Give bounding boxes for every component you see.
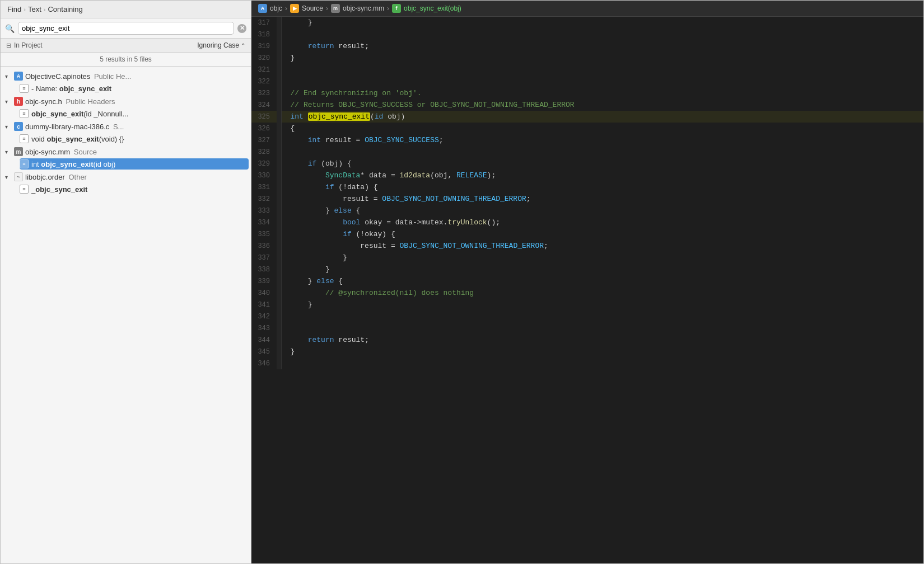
line-number: 345 <box>251 346 277 358</box>
line-content: if (!data) { <box>281 181 923 193</box>
file-icon-h: h <box>14 97 23 106</box>
file-group-mm: ▾ m objc-sync.mm Source ≡ int objc_sync_… <box>1 145 251 170</box>
file-name-apinotes: ObjectiveC.apinotes Public He... <box>25 72 131 81</box>
line-gutter <box>277 111 281 123</box>
line-number: 318 <box>251 29 277 40</box>
search-clear-button[interactable]: ✕ <box>237 24 246 33</box>
line-content: int result = OBJC_SYNC_SUCCESS; <box>281 134 923 146</box>
line-content: } else { <box>281 205 923 217</box>
line-content: { <box>281 123 923 134</box>
line-gutter <box>277 64 281 76</box>
line-gutter <box>277 205 281 217</box>
file-name-c: dummy-library-mac-i386.c S... <box>25 123 124 131</box>
file-icon-mm: m <box>14 147 23 156</box>
breadcrumb: Find › Text › Containing <box>1 1 251 18</box>
line-number: 325 <box>251 111 277 123</box>
file-name-h: objc-sync.h Public Headers <box>25 97 115 106</box>
line-number: 322 <box>251 76 277 87</box>
file-icon-apinotes: A <box>14 72 23 81</box>
file-group-header-order[interactable]: ▾ ~ libobjc.order Other <box>1 171 251 183</box>
line-number: 323 <box>251 87 277 99</box>
result-icon: ≡ <box>20 84 29 93</box>
line-number: 329 <box>251 158 277 170</box>
scope-left: ⊟ In Project <box>6 41 43 49</box>
result-item-h-1[interactable]: ≡ objc_sync_exit(id _Nonnull... <box>20 108 249 119</box>
line-gutter <box>277 29 281 40</box>
line-gutter <box>277 99 281 111</box>
file-name-order: libobjc.order Other <box>25 173 87 181</box>
line-gutter <box>277 181 281 193</box>
search-input[interactable] <box>18 22 234 35</box>
editor-bc-sep2: › <box>326 4 328 12</box>
line-content <box>281 64 923 76</box>
line-number: 338 <box>251 264 277 275</box>
collapse-arrow-order: ▾ <box>5 174 12 180</box>
line-content <box>281 146 923 158</box>
line-content: return result; <box>281 40 923 52</box>
line-number: 319 <box>251 40 277 52</box>
line-number: 332 <box>251 193 277 205</box>
line-gutter <box>277 299 281 311</box>
editor-icon-mm: m <box>331 4 340 13</box>
editor-bc-sep1: › <box>285 4 287 12</box>
search-panel: Find › Text › Containing 🔍 ✕ ⊟ In Projec… <box>1 1 251 563</box>
line-gutter <box>277 240 281 252</box>
result-items-mm: ≡ int objc_sync_exit(id obj) <box>1 158 251 170</box>
case-dropdown[interactable]: Ignoring Case ⌃ <box>197 41 245 49</box>
result-icon-mm: ≡ <box>20 159 29 168</box>
code-table: 317 }318 319 return result;320}321 322 3… <box>251 17 923 369</box>
line-number: 328 <box>251 146 277 158</box>
line-content: // End synchronizing on 'obj'. <box>281 87 923 99</box>
line-content: return result; <box>281 334 923 346</box>
line-gutter <box>277 158 281 170</box>
file-group-header-c[interactable]: ▾ c dummy-library-mac-i386.c S... <box>1 120 251 133</box>
breadcrumb-find[interactable]: Find <box>7 5 21 13</box>
result-items-order: ≡ _objc_sync_exit <box>1 184 251 195</box>
line-content: if (!okay) { <box>281 228 923 240</box>
result-text: - Name: objc_sync_exit <box>31 84 111 93</box>
line-number: 334 <box>251 217 277 228</box>
result-text-h: objc_sync_exit(id _Nonnull... <box>31 110 128 118</box>
breadcrumb-sep-1: › <box>24 6 26 13</box>
line-number: 331 <box>251 181 277 193</box>
line-gutter <box>277 193 281 205</box>
line-content: } <box>281 17 923 29</box>
line-gutter <box>277 264 281 275</box>
line-gutter <box>277 322 281 334</box>
line-content: // Returns OBJC_SYNC_SUCCESS or OBJC_SYN… <box>281 99 923 111</box>
file-group-header-apinotes[interactable]: ▾ A ObjectiveC.apinotes Public He... <box>1 70 251 82</box>
line-gutter <box>277 52 281 64</box>
line-content: result = OBJC_SYNC_NOT_OWNING_THREAD_ERR… <box>281 193 923 205</box>
file-name-mm: objc-sync.mm Source <box>25 148 97 156</box>
breadcrumb-containing[interactable]: Containing <box>48 5 82 13</box>
result-item-order-1[interactable]: ≡ _objc_sync_exit <box>20 184 249 195</box>
line-content: SyncData* data = id2data(obj, RELEASE); <box>281 170 923 181</box>
result-item-apinotes-1[interactable]: ≡ - Name: objc_sync_exit <box>20 83 249 94</box>
result-item-c-1[interactable]: ≡ void objc_sync_exit(void) {} <box>20 133 249 144</box>
line-gutter <box>277 134 281 146</box>
collapse-arrow-c: ▾ <box>5 124 12 130</box>
file-group-h: ▾ h objc-sync.h Public Headers ≡ objc_sy… <box>1 95 251 119</box>
line-number: 343 <box>251 322 277 334</box>
editor-bc-source: Source <box>302 4 323 12</box>
editor-bc-sep3: › <box>387 4 389 12</box>
result-text-mm: int objc_sync_exit(id obj) <box>31 160 115 168</box>
case-dropdown-arrow: ⌃ <box>241 43 245 49</box>
search-icon: 🔍 <box>5 24 15 33</box>
file-group-header-h[interactable]: ▾ h objc-sync.h Public Headers <box>1 95 251 107</box>
result-icon-c: ≡ <box>20 134 29 143</box>
file-group-header-mm[interactable]: ▾ m objc-sync.mm Source <box>1 145 251 158</box>
result-icon-h: ≡ <box>20 109 29 118</box>
code-area[interactable]: 317 }318 319 return result;320}321 322 3… <box>251 17 923 563</box>
search-bar: 🔍 ✕ <box>1 18 251 39</box>
line-gutter <box>277 170 281 181</box>
collapse-arrow-apinotes: ▾ <box>5 73 12 79</box>
breadcrumb-text[interactable]: Text <box>28 5 41 13</box>
scope-label[interactable]: In Project <box>14 41 43 49</box>
file-group-apinotes: ▾ A ObjectiveC.apinotes Public He... ≡ -… <box>1 70 251 94</box>
line-content: } <box>281 252 923 264</box>
line-content: } <box>281 264 923 275</box>
line-number: 327 <box>251 134 277 146</box>
result-item-mm-1[interactable]: ≡ int objc_sync_exit(id obj) <box>20 158 249 170</box>
editor-icon-objc: A <box>258 4 267 13</box>
